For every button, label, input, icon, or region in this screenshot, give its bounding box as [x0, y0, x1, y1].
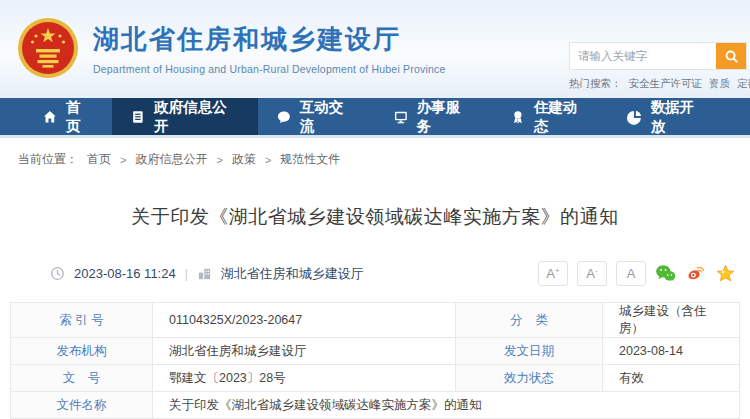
hot-search-bar: 热门搜索： 安全生产许可证 资质 定额 — [569, 77, 747, 91]
field-value-category: 城乡建设（含住房） — [603, 303, 740, 338]
chat-bubble-icon — [276, 109, 292, 125]
breadcrumb-item-policy[interactable]: 政策 — [232, 151, 256, 168]
nav-item-interaction[interactable]: 互动交流 — [258, 98, 375, 135]
meta-divider: | — [185, 267, 188, 281]
info-table: 索 引 号 01104325X/2023-20647 分 类 城乡建设（含住房）… — [10, 302, 740, 419]
header-search-area: 热门搜索： 安全生产许可证 资质 定额 — [569, 42, 747, 91]
national-emblem-logo — [16, 16, 80, 80]
site-header: 湖北省住房和城乡建设厅 Department of Housing and Ur… — [0, 0, 750, 98]
field-value-index-number: 01104325X/2023-20647 — [153, 303, 456, 338]
field-value-issuing-agency: 湖北省住房和城乡建设厅 — [153, 338, 456, 365]
breadcrumb-label: 当前位置： — [18, 151, 78, 168]
main-nav: 首页 政府信息公开 互动交流 办事服务 住建动态 — [0, 98, 750, 135]
field-value-issue-date: 2023-08-14 — [603, 338, 740, 365]
search-box — [569, 42, 747, 70]
field-label-index-number: 索 引 号 — [11, 303, 153, 338]
nav-item-gov-info[interactable]: 政府信息公开 — [112, 98, 258, 135]
breadcrumb-separator: > — [216, 154, 222, 166]
nav-item-open-data[interactable]: 数据开放 — [609, 98, 726, 135]
field-label-document-number: 文 号 — [11, 365, 153, 392]
publish-source: 湖北省住房和城乡建设厅 — [221, 265, 364, 283]
breadcrumb-item-home[interactable]: 首页 — [87, 151, 111, 168]
article-title: 关于印发《湖北省城乡建设领域碳达峰实施方案》的通知 — [40, 204, 710, 230]
search-input[interactable] — [570, 43, 716, 69]
home-icon — [42, 109, 58, 125]
monitor-icon — [393, 109, 409, 125]
font-size-reset-button[interactable]: A — [616, 261, 646, 286]
field-value-validity-status: 有效 — [603, 365, 740, 392]
field-label-issuing-agency: 发布机构 — [11, 338, 153, 365]
search-button[interactable] — [716, 43, 746, 69]
nav-label: 政府信息公开 — [154, 98, 240, 136]
article-main: 关于印发《湖北省城乡建设领域碳达峰实施方案》的通知 2023-08-16 11:… — [0, 204, 750, 419]
field-value-document-title: 关于印发《湖北省城乡建设领域碳达峰实施方案》的通知 — [153, 392, 740, 419]
font-size-increase-button[interactable]: A+ — [538, 261, 568, 286]
nav-item-services[interactable]: 办事服务 — [375, 98, 492, 135]
hot-search-item-1[interactable]: 安全生产许可证 — [629, 77, 703, 91]
table-row: 发布机构 湖北省住房和城乡建设厅 发文日期 2023-08-14 — [11, 338, 740, 365]
document-icon — [130, 109, 146, 125]
nav-label: 数据开放 — [651, 98, 708, 136]
breadcrumb: 当前位置： 首页 > 政府信息公开 > 政策 > 规范性文件 — [0, 138, 750, 168]
search-icon — [724, 49, 739, 64]
field-label-issue-date: 发文日期 — [456, 338, 603, 365]
nav-label: 互动交流 — [300, 98, 357, 136]
clock-icon — [50, 266, 65, 281]
favorite-star-icon[interactable] — [715, 263, 736, 284]
field-label-validity-status: 效力状态 — [456, 365, 603, 392]
wechat-icon[interactable] — [655, 263, 676, 284]
pie-chart-icon — [627, 109, 643, 125]
nav-label: 住建动态 — [534, 98, 591, 136]
table-row: 文件名称 关于印发《湖北省城乡建设领域碳达峰实施方案》的通知 — [11, 392, 740, 419]
nav-label: 首页 — [66, 98, 95, 136]
field-label-document-title: 文件名称 — [11, 392, 153, 419]
site-brand: 湖北省住房和城乡建设厅 Department of Housing and Ur… — [16, 16, 446, 80]
breadcrumb-item-normative-docs[interactable]: 规范性文件 — [280, 151, 340, 168]
site-title: 湖北省住房和城乡建设厅 — [93, 22, 446, 57]
hot-search-item-3[interactable]: 定额 — [737, 77, 750, 91]
field-label-category: 分 类 — [456, 303, 603, 338]
nav-label: 办事服务 — [417, 98, 474, 136]
nav-item-news[interactable]: 住建动态 — [492, 98, 609, 135]
site-subtitle: Department of Housing and Urban-Rural De… — [93, 63, 446, 75]
breadcrumb-separator: > — [120, 154, 126, 166]
font-size-decrease-button[interactable]: A- — [577, 261, 607, 286]
field-value-document-number: 鄂建文〔2023〕28号 — [153, 365, 456, 392]
table-row: 索 引 号 01104325X/2023-20647 分 类 城乡建设（含住房） — [11, 303, 740, 338]
article-meta-right: A+ A- A — [538, 261, 736, 286]
hot-search-item-2[interactable]: 资质 — [709, 77, 730, 91]
nav-item-home[interactable]: 首页 — [24, 98, 112, 135]
breadcrumb-item-gov-info[interactable]: 政府信息公开 — [135, 151, 207, 168]
hot-search-label: 热门搜索： — [569, 77, 622, 91]
medal-icon — [510, 109, 526, 125]
publish-date: 2023-08-16 11:24 — [74, 266, 176, 281]
brand-text: 湖北省住房和城乡建设厅 Department of Housing and Ur… — [93, 22, 446, 75]
article-meta-left: 2023-08-16 11:24 | 湖北省住房和城乡建设厅 — [50, 265, 364, 283]
article-meta-row: 2023-08-16 11:24 | 湖北省住房和城乡建设厅 A+ A- A — [50, 261, 736, 286]
organization-icon — [197, 266, 212, 281]
weibo-icon[interactable] — [685, 263, 706, 284]
table-row: 文 号 鄂建文〔2023〕28号 效力状态 有效 — [11, 365, 740, 392]
breadcrumb-separator: > — [265, 154, 271, 166]
